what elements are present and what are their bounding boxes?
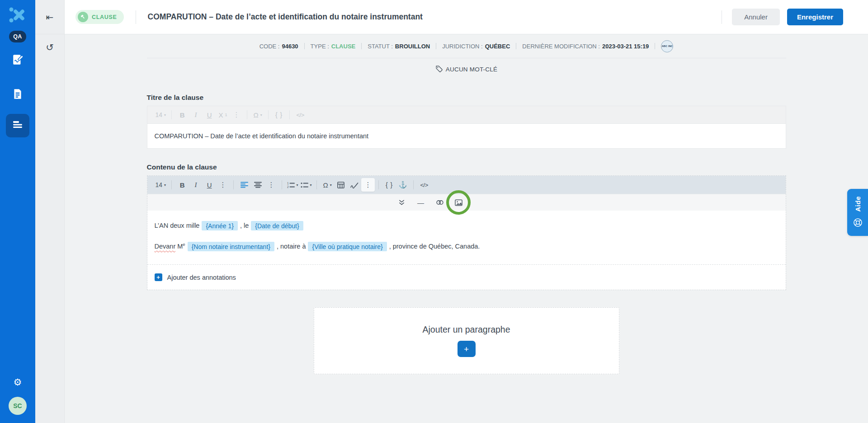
cancel-button[interactable]: Annuler: [732, 9, 780, 25]
text-run: L’AN deux mille: [155, 222, 200, 229]
underline-button[interactable]: U: [203, 178, 216, 192]
italic-button[interactable]: I: [189, 178, 203, 192]
variable-button[interactable]: { }: [272, 108, 286, 122]
save-button[interactable]: Enregistrer: [787, 9, 843, 25]
clause-lines-icon: [13, 121, 22, 130]
meta-last-modified: DERNIÈRE MODIFICATION : 2023-03-21 15:19: [522, 43, 649, 50]
meta-last-modified-label: DERNIÈRE MODIFICATION :: [522, 43, 600, 50]
superscript-base: X: [219, 111, 223, 119]
content-paragraph-2: DevanrMe{Nom notaire instrumentant}, not…: [155, 241, 778, 252]
italic-button[interactable]: I: [189, 108, 203, 122]
variable-button[interactable]: { }: [382, 178, 396, 192]
misspelled-word: Devanr: [155, 243, 176, 250]
special-char-button[interactable]: Ω ▾: [251, 108, 264, 122]
variable-token-date-debut[interactable]: {Date de début}: [251, 221, 303, 230]
add-annotation-button[interactable]: +: [155, 273, 162, 281]
sidebar-item-documents[interactable]: [6, 83, 29, 107]
insert-table-button[interactable]: [334, 178, 348, 192]
sidebar-item-redaction[interactable]: [6, 49, 29, 72]
font-size-select[interactable]: 14 ▾: [152, 108, 168, 122]
clause-editor-block: 14 ▾ B I U ⋮: [147, 175, 786, 290]
meta-row: CODE : 94630 TYPE : CLAUSE STATUT : BROU…: [147, 34, 786, 58]
toolbar-separator: [316, 180, 317, 189]
chevron-down-icon: ▾: [310, 183, 312, 187]
text-run: , le: [240, 222, 249, 229]
app-logo-icon[interactable]: [7, 5, 28, 25]
align-center-button[interactable]: [251, 178, 264, 192]
horizontal-rule-button[interactable]: —: [414, 196, 428, 209]
chevron-down-icon: ▾: [330, 183, 332, 187]
overflow-toggle-button[interactable]: ⋮: [361, 178, 375, 192]
type-badge-label: CLAUSE: [92, 14, 117, 20]
insert-link-button[interactable]: [433, 196, 447, 209]
sidebar-item-clauses-active[interactable]: [6, 114, 29, 137]
text-run: M: [177, 243, 183, 250]
variable-token-ville-notaire[interactable]: {Ville où pratique notaire}: [308, 242, 387, 251]
toolbar-separator: [378, 180, 379, 189]
history-icon[interactable]: ↺: [46, 42, 54, 52]
document-lines-icon: [12, 88, 24, 102]
more-text-options-button[interactable]: ⋮: [216, 178, 230, 192]
meta-status-value: BROUILLON: [395, 43, 430, 50]
toolbar-separator: [289, 110, 290, 119]
source-code-button[interactable]: </>: [417, 178, 431, 192]
toolbar-separator: [171, 110, 172, 119]
bullet-list-button[interactable]: ▾: [299, 178, 313, 192]
chevron-down-icon: ▾: [164, 113, 166, 117]
type-badge: CLAUSE: [75, 10, 124, 24]
source-code-button[interactable]: </>: [293, 108, 307, 122]
more-align-options-button[interactable]: ⋮: [264, 178, 278, 192]
meta-jurisdiction-value: QUÉBEC: [485, 43, 510, 50]
rail-top: ⇤: [35, 0, 64, 34]
underline-button[interactable]: U: [203, 108, 216, 122]
special-char-button[interactable]: Ω ▾: [321, 178, 334, 192]
collapse-toolbar-button[interactable]: [395, 196, 409, 209]
meta-separator: [436, 43, 436, 49]
toolbar-separator: [233, 180, 234, 189]
settings-gear-icon[interactable]: ⚙: [14, 377, 22, 388]
bold-button[interactable]: B: [175, 108, 189, 122]
anchor-button[interactable]: ⚓: [396, 178, 410, 192]
header-separator-right: [722, 10, 722, 24]
meta-separator: [361, 43, 362, 49]
align-left-button[interactable]: [237, 178, 251, 192]
meta-type-label: TYPE :: [311, 43, 329, 50]
chevron-down-icon: ▾: [164, 183, 166, 187]
help-tab[interactable]: Aide: [847, 189, 868, 236]
text-run: , province de Québec, Canada.: [389, 243, 480, 250]
chevron-down-icon: ▾: [297, 183, 298, 187]
bold-button[interactable]: B: [175, 178, 189, 192]
variable-token-annee[interactable]: {Année 1}: [202, 221, 238, 230]
add-paragraph-card: Ajouter un paragraphe +: [314, 307, 619, 374]
meta-code-value: 94630: [282, 43, 298, 50]
clause-title-input[interactable]: COMPARUTION – Date de l’acte et identifi…: [147, 124, 786, 149]
more-options-button[interactable]: ⋮: [230, 108, 243, 122]
clause-content-editor[interactable]: L’AN deux mille{Année 1}, le{Date de déb…: [147, 211, 786, 264]
collapse-panel-icon[interactable]: ⇤: [46, 13, 54, 22]
meta-jurisdiction-label: JURIDICTION :: [442, 43, 483, 50]
meta-code-label: CODE :: [259, 43, 280, 50]
user-avatar[interactable]: SC: [9, 397, 27, 415]
variable-token-nom-notaire[interactable]: {Nom notaire instrumentant}: [188, 242, 274, 251]
ordered-list-button[interactable]: 12 ▾: [286, 178, 299, 192]
omega-icon: Ω: [253, 111, 258, 119]
header-separator: [136, 10, 136, 24]
meta-separator: [655, 43, 655, 49]
superscript-button[interactable]: X1: [216, 108, 230, 122]
svg-text:2: 2: [287, 185, 289, 188]
org-logo-badge: ABC INC: [661, 40, 673, 52]
font-size-select[interactable]: 14 ▾: [152, 178, 168, 192]
signature-button[interactable]: [348, 178, 361, 192]
keyword-label: AUCUN MOT-CLÉ: [446, 66, 497, 73]
meta-separator: [516, 43, 516, 49]
content-container: CODE : 94630 TYPE : CLAUSE STATUT : BROU…: [147, 34, 786, 374]
meta-type-value: CLAUSE: [331, 43, 355, 50]
toolbar-separator: [171, 180, 172, 189]
add-paragraph-button[interactable]: +: [458, 341, 476, 357]
insert-image-button[interactable]: [452, 196, 466, 209]
help-tab-label: Aide: [854, 196, 862, 212]
secondary-rail: ⇤ ↺: [35, 0, 65, 423]
content-section-label: Contenu de la clause: [147, 163, 786, 171]
environment-badge: QA: [9, 31, 26, 42]
meta-jurisdiction: JURIDICTION : QUÉBEC: [442, 43, 510, 50]
